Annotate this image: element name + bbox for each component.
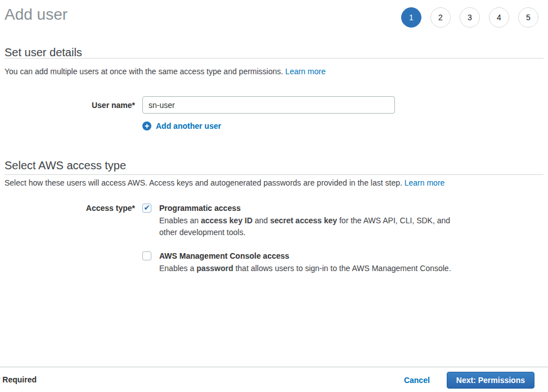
add-another-user-label: Add another user bbox=[156, 121, 221, 130]
access-option-title[interactable]: AWS Management Console access bbox=[159, 250, 451, 262]
next-permissions-button[interactable]: Next: Permissions bbox=[447, 372, 534, 389]
access-type-description: Select how these users will access AWS. … bbox=[5, 178, 444, 187]
learn-more-link-access-type[interactable]: Learn more bbox=[405, 178, 445, 187]
access-type-description-text: Select how these users will access AWS. … bbox=[5, 178, 405, 187]
access-option-checkbox[interactable] bbox=[142, 251, 151, 260]
step-circle-2[interactable]: 2 bbox=[430, 7, 451, 28]
user-details-description-text: You can add multiple users at once with … bbox=[5, 67, 285, 76]
access-option-text: AWS Management Console accessEnables a p… bbox=[159, 250, 451, 274]
required-note: * Required bbox=[0, 375, 37, 384]
wizard-stepper: 12345 bbox=[401, 7, 538, 28]
divider bbox=[5, 58, 543, 58]
username-label: User name* bbox=[5, 101, 135, 110]
access-option-title[interactable]: Programmatic access bbox=[159, 202, 466, 214]
footer-actions: Cancel Next: Permissions bbox=[404, 372, 534, 389]
user-details-description: You can add multiple users at once with … bbox=[5, 67, 326, 76]
add-another-user-button[interactable]: + Add another user bbox=[142, 121, 221, 130]
username-input[interactable] bbox=[142, 96, 395, 114]
plus-icon: + bbox=[142, 121, 151, 130]
access-option-description: Enables an access key ID and secret acce… bbox=[159, 215, 466, 238]
page-title: Add user bbox=[5, 6, 68, 24]
access-type-option: ✔Programmatic accessEnables an access ke… bbox=[142, 202, 469, 238]
checkmark-icon: ✔ bbox=[143, 204, 150, 211]
step-circle-4[interactable]: 4 bbox=[489, 7, 509, 28]
step-circle-1[interactable]: 1 bbox=[401, 7, 421, 28]
access-type-option: AWS Management Console accessEnables a p… bbox=[142, 250, 469, 274]
step-circle-5[interactable]: 5 bbox=[518, 7, 538, 28]
cancel-button[interactable]: Cancel bbox=[404, 376, 430, 385]
access-option-checkbox[interactable]: ✔ bbox=[142, 204, 151, 213]
access-option-description: Enables a password that allows users to … bbox=[159, 263, 451, 274]
access-option-text: Programmatic accessEnables an access key… bbox=[159, 202, 466, 238]
add-user-page: Add user 12345 Set user details You can … bbox=[0, 0, 548, 392]
section-heading-user-details: Set user details bbox=[5, 46, 82, 59]
learn-more-link-user-details[interactable]: Learn more bbox=[285, 67, 326, 76]
access-type-options: ✔Programmatic accessEnables an access ke… bbox=[142, 202, 469, 274]
section-heading-access-type: Select AWS access type bbox=[5, 159, 126, 172]
step-circle-3[interactable]: 3 bbox=[460, 7, 480, 28]
divider bbox=[5, 174, 543, 175]
footer-bar: * Required Cancel Next: Permissions bbox=[0, 367, 548, 392]
access-type-label: Access type* bbox=[5, 204, 135, 213]
